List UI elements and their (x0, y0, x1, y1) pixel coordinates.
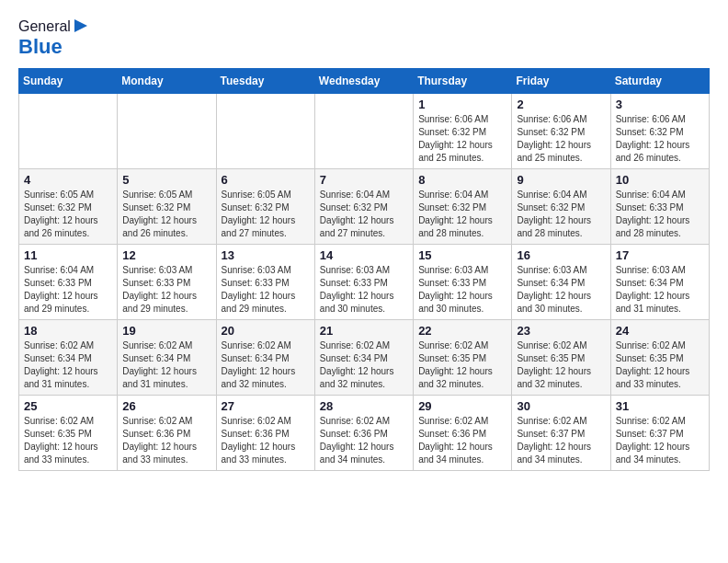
day-info: Sunrise: 6:02 AM Sunset: 6:35 PM Dayligh… (616, 339, 704, 391)
day-info: Sunrise: 6:06 AM Sunset: 6:32 PM Dayligh… (517, 113, 605, 165)
calendar-week-row: 4Sunrise: 6:05 AM Sunset: 6:32 PM Daylig… (19, 169, 710, 245)
day-info: Sunrise: 6:04 AM Sunset: 6:32 PM Dayligh… (517, 189, 605, 240)
weekday-header-wednesday: Wednesday (314, 69, 413, 94)
day-info: Sunrise: 6:03 AM Sunset: 6:33 PM Dayligh… (122, 264, 210, 316)
calendar-day-22: 22Sunrise: 6:02 AM Sunset: 6:35 PM Dayli… (414, 320, 512, 396)
day-info: Sunrise: 6:06 AM Sunset: 6:32 PM Dayligh… (616, 113, 704, 165)
day-info: Sunrise: 6:02 AM Sunset: 6:34 PM Dayligh… (24, 339, 112, 391)
day-number: 30 (517, 399, 605, 413)
calendar-week-row: 11Sunrise: 6:04 AM Sunset: 6:33 PM Dayli… (19, 245, 710, 320)
day-info: Sunrise: 6:02 AM Sunset: 6:34 PM Dayligh… (222, 339, 310, 391)
day-info: Sunrise: 6:02 AM Sunset: 6:37 PM Dayligh… (517, 415, 605, 466)
weekday-header-saturday: Saturday (610, 69, 709, 94)
day-info: Sunrise: 6:03 AM Sunset: 6:34 PM Dayligh… (616, 264, 704, 316)
day-info: Sunrise: 6:04 AM Sunset: 6:32 PM Dayligh… (418, 189, 506, 240)
day-number: 10 (616, 173, 704, 187)
day-info: Sunrise: 6:03 AM Sunset: 6:33 PM Dayligh… (222, 264, 310, 316)
day-number: 3 (616, 98, 704, 111)
calendar-day-9: 9Sunrise: 6:04 AM Sunset: 6:32 PM Daylig… (512, 169, 610, 245)
day-info: Sunrise: 6:05 AM Sunset: 6:32 PM Dayligh… (222, 189, 310, 240)
calendar-day-25: 25Sunrise: 6:02 AM Sunset: 6:35 PM Dayli… (19, 396, 118, 471)
weekday-header-friday: Friday (512, 69, 610, 94)
day-number: 15 (418, 248, 506, 262)
calendar-day-26: 26Sunrise: 6:02 AM Sunset: 6:36 PM Dayli… (118, 396, 216, 471)
calendar-day-11: 11Sunrise: 6:04 AM Sunset: 6:33 PM Dayli… (19, 245, 118, 320)
calendar-day-24: 24Sunrise: 6:02 AM Sunset: 6:35 PM Dayli… (610, 320, 709, 396)
day-number: 17 (616, 248, 704, 262)
day-number: 11 (24, 248, 112, 262)
calendar-day-4: 4Sunrise: 6:05 AM Sunset: 6:32 PM Daylig… (19, 169, 118, 245)
day-number: 20 (222, 324, 310, 338)
day-info: Sunrise: 6:02 AM Sunset: 6:36 PM Dayligh… (122, 415, 210, 466)
day-info: Sunrise: 6:02 AM Sunset: 6:37 PM Dayligh… (616, 415, 704, 466)
calendar-day-28: 28Sunrise: 6:02 AM Sunset: 6:36 PM Dayli… (314, 396, 413, 471)
calendar-day-6: 6Sunrise: 6:05 AM Sunset: 6:32 PM Daylig… (216, 169, 314, 245)
day-info: Sunrise: 6:06 AM Sunset: 6:32 PM Dayligh… (418, 113, 506, 165)
day-number: 1 (418, 98, 506, 111)
calendar-week-row: 1Sunrise: 6:06 AM Sunset: 6:32 PM Daylig… (19, 94, 710, 169)
calendar-day-1: 1Sunrise: 6:06 AM Sunset: 6:32 PM Daylig… (414, 94, 512, 169)
logo-arrow-icon (73, 17, 89, 34)
day-info: Sunrise: 6:02 AM Sunset: 6:34 PM Dayligh… (122, 339, 210, 391)
day-number: 8 (418, 173, 506, 187)
day-info: Sunrise: 6:03 AM Sunset: 6:33 PM Dayligh… (418, 264, 506, 316)
logo-general-text: General (18, 18, 71, 35)
calendar-day-27: 27Sunrise: 6:02 AM Sunset: 6:36 PM Dayli… (216, 396, 314, 471)
calendar-week-row: 18Sunrise: 6:02 AM Sunset: 6:34 PM Dayli… (19, 320, 710, 396)
day-info: Sunrise: 6:02 AM Sunset: 6:34 PM Dayligh… (320, 339, 408, 391)
weekday-header-thursday: Thursday (414, 69, 512, 94)
calendar-empty-cell (314, 94, 413, 169)
calendar-day-31: 31Sunrise: 6:02 AM Sunset: 6:37 PM Dayli… (610, 396, 709, 471)
day-number: 26 (122, 399, 210, 413)
day-number: 16 (517, 248, 605, 262)
calendar-day-2: 2Sunrise: 6:06 AM Sunset: 6:32 PM Daylig… (512, 94, 610, 169)
day-info: Sunrise: 6:03 AM Sunset: 6:33 PM Dayligh… (320, 264, 408, 316)
calendar-day-10: 10Sunrise: 6:04 AM Sunset: 6:33 PM Dayli… (610, 169, 709, 245)
day-number: 24 (616, 324, 704, 338)
calendar-week-row: 25Sunrise: 6:02 AM Sunset: 6:35 PM Dayli… (19, 396, 710, 471)
day-number: 4 (24, 173, 112, 187)
calendar-day-29: 29Sunrise: 6:02 AM Sunset: 6:36 PM Dayli… (414, 396, 512, 471)
svg-marker-0 (74, 19, 87, 32)
calendar-day-15: 15Sunrise: 6:03 AM Sunset: 6:33 PM Dayli… (414, 245, 512, 320)
calendar-day-30: 30Sunrise: 6:02 AM Sunset: 6:37 PM Dayli… (512, 396, 610, 471)
day-number: 21 (320, 324, 408, 338)
day-number: 23 (517, 324, 605, 338)
day-number: 28 (320, 399, 408, 413)
day-number: 9 (517, 173, 605, 187)
day-number: 12 (122, 248, 210, 262)
calendar-day-17: 17Sunrise: 6:03 AM Sunset: 6:34 PM Dayli… (610, 245, 709, 320)
calendar-day-8: 8Sunrise: 6:04 AM Sunset: 6:32 PM Daylig… (414, 169, 512, 245)
calendar-day-21: 21Sunrise: 6:02 AM Sunset: 6:34 PM Dayli… (314, 320, 413, 396)
calendar-day-5: 5Sunrise: 6:05 AM Sunset: 6:32 PM Daylig… (118, 169, 216, 245)
day-number: 13 (222, 248, 310, 262)
day-number: 14 (320, 248, 408, 262)
day-number: 5 (122, 173, 210, 187)
calendar-table: SundayMondayTuesdayWednesdayThursdayFrid… (18, 68, 710, 471)
logo-blue-text: Blue (18, 35, 63, 59)
day-info: Sunrise: 6:02 AM Sunset: 6:35 PM Dayligh… (418, 339, 506, 391)
weekday-header-sunday: Sunday (19, 69, 118, 94)
day-info: Sunrise: 6:02 AM Sunset: 6:36 PM Dayligh… (418, 415, 506, 466)
day-number: 31 (616, 399, 704, 413)
calendar-empty-cell (216, 94, 314, 169)
calendar-day-14: 14Sunrise: 6:03 AM Sunset: 6:33 PM Dayli… (314, 245, 413, 320)
day-info: Sunrise: 6:02 AM Sunset: 6:36 PM Dayligh… (320, 415, 408, 466)
calendar-day-23: 23Sunrise: 6:02 AM Sunset: 6:35 PM Dayli… (512, 320, 610, 396)
day-info: Sunrise: 6:05 AM Sunset: 6:32 PM Dayligh… (122, 189, 210, 240)
day-number: 29 (418, 399, 506, 413)
header: General Blue (18, 18, 710, 59)
day-info: Sunrise: 6:05 AM Sunset: 6:32 PM Dayligh… (24, 189, 112, 240)
calendar-empty-cell (118, 94, 216, 169)
day-number: 22 (418, 324, 506, 338)
day-info: Sunrise: 6:03 AM Sunset: 6:34 PM Dayligh… (517, 264, 605, 316)
day-number: 2 (517, 98, 605, 111)
day-number: 7 (320, 173, 408, 187)
day-info: Sunrise: 6:04 AM Sunset: 6:33 PM Dayligh… (24, 264, 112, 316)
day-info: Sunrise: 6:04 AM Sunset: 6:32 PM Dayligh… (320, 189, 408, 240)
day-info: Sunrise: 6:02 AM Sunset: 6:35 PM Dayligh… (24, 415, 112, 466)
day-number: 27 (222, 399, 310, 413)
calendar-day-18: 18Sunrise: 6:02 AM Sunset: 6:34 PM Dayli… (19, 320, 118, 396)
day-number: 25 (24, 399, 112, 413)
calendar-day-13: 13Sunrise: 6:03 AM Sunset: 6:33 PM Dayli… (216, 245, 314, 320)
